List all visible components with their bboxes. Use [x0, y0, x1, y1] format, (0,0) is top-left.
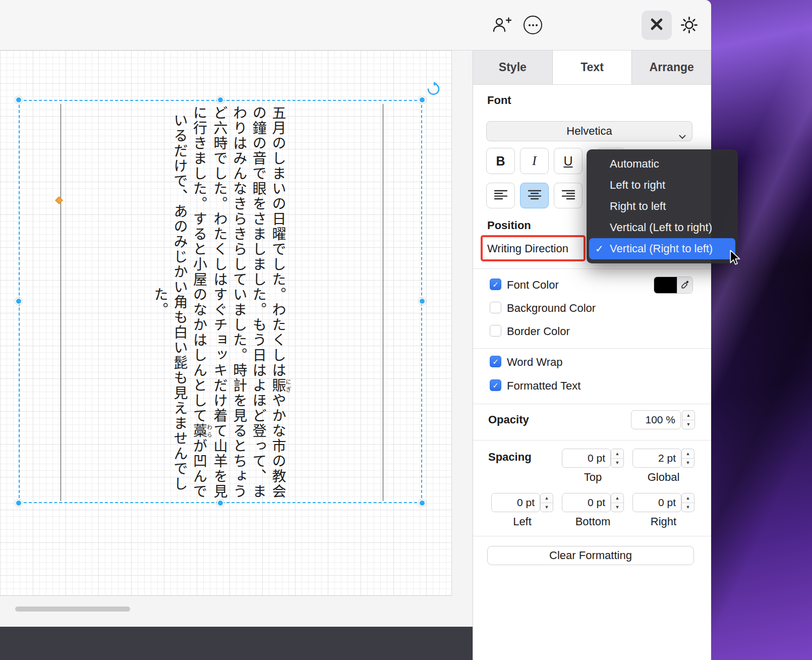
rotate-icon[interactable] — [426, 82, 440, 96]
tab-arrange[interactable]: Arrange — [632, 50, 711, 84]
app-window: 五月のしまいの日曜でした。わたくしは賑にぎやかな市の教会の鐘の音で眼をさましまし… — [0, 0, 711, 660]
spacing-top-stepper[interactable]: ▲▼ — [611, 449, 624, 468]
canvas-viewport: 五月のしまいの日曜でした。わたくしは賑にぎやかな市の教会の鐘の音で眼をさましまし… — [0, 50, 473, 660]
tab-text[interactable]: Text — [553, 50, 632, 84]
word-wrap-label: Word Wrap — [507, 356, 562, 369]
appearance-icon[interactable] — [681, 17, 698, 33]
menu-item-left-to-right[interactable]: Left to right — [587, 175, 738, 196]
spacing-top-label: Top — [562, 471, 624, 484]
spacing-right-stepper[interactable]: ▲▼ — [681, 493, 694, 512]
opacity-field[interactable]: 100 % — [631, 410, 681, 429]
font-color-well[interactable] — [654, 277, 693, 294]
spacing-right-field[interactable]: 0 pt — [632, 493, 681, 512]
selection-handle-mid-left[interactable] — [15, 298, 22, 305]
eyedropper-icon[interactable] — [677, 277, 692, 293]
selection-handle-bottom-left[interactable] — [15, 500, 22, 507]
annotation-highlight — [481, 235, 586, 261]
divider — [473, 348, 711, 349]
border-color-label: Border Color — [507, 325, 570, 338]
color-swatch — [654, 277, 677, 293]
selection-handle-mid-right[interactable] — [419, 298, 426, 305]
design-tools-icon — [649, 16, 665, 34]
background-color-checkbox[interactable] — [490, 302, 501, 313]
mouse-cursor-icon — [729, 250, 742, 268]
inspector-panel: Style Text Arrange Font Helvetica B I U — [473, 50, 711, 660]
bottom-dark-strip — [0, 627, 473, 660]
vertical-text-wrap: 五月のしまいの日曜でした。わたくしは賑にぎやかな市の教会の鐘の音で眼をさましまし… — [20, 105, 421, 500]
spacing-right-label: Right — [632, 515, 694, 528]
selection-handle-top-left[interactable] — [15, 96, 22, 103]
font-section-label: Font — [487, 94, 511, 107]
spacing-left-field[interactable]: 0 pt — [491, 493, 540, 512]
writing-direction-menu: Automatic Left to right Right to left Ve… — [587, 149, 738, 263]
opacity-label: Opacity — [488, 413, 529, 426]
align-right-icon — [562, 190, 575, 202]
italic-button[interactable]: I — [520, 148, 549, 174]
spacing-left-label: Left — [491, 515, 553, 528]
inspector-tabs: Style Text Arrange — [473, 50, 711, 85]
opacity-stepper[interactable]: ▲▼ — [682, 410, 695, 429]
spacing-bottom-stepper[interactable]: ▲▼ — [611, 493, 624, 512]
selection-handle-top-center[interactable] — [217, 96, 224, 103]
chevron-down-icon — [679, 129, 686, 142]
selection-handle-bottom-center[interactable] — [217, 500, 224, 507]
underline-button[interactable]: U — [554, 148, 583, 174]
checkmark-icon: ✓ — [595, 243, 604, 255]
font-color-checkbox[interactable] — [490, 279, 501, 290]
menu-item-automatic[interactable]: Automatic — [587, 153, 738, 175]
spacing-global-stepper[interactable]: ▲▼ — [681, 449, 694, 468]
divider — [473, 440, 711, 441]
align-center-icon — [528, 190, 541, 202]
font-family-value: Helvetica — [566, 125, 612, 138]
menu-item-right-to-left[interactable]: Right to left — [587, 196, 738, 217]
menu-item-vertical-ltr[interactable]: Vertical (Left to right) — [587, 217, 738, 238]
selection-handle-bottom-right[interactable] — [419, 500, 426, 507]
align-left-icon — [494, 190, 507, 202]
design-tools-button[interactable] — [642, 11, 672, 40]
menu-item-vertical-rtl[interactable]: ✓ Vertical (Right to left) — [589, 238, 735, 259]
formatted-text-checkbox[interactable] — [490, 379, 501, 391]
menu-item-label: Left to right — [610, 179, 665, 192]
position-label: Position — [487, 219, 531, 232]
menu-item-label: Vertical (Left to right) — [610, 221, 712, 234]
vertical-text[interactable]: 五月のしまいの日曜でした。わたくしは賑にぎやかな市の教会の鐘の音で眼をさましまし… — [150, 105, 291, 500]
align-right-button[interactable] — [554, 183, 583, 208]
selected-text-box[interactable]: 五月のしまいの日曜でした。わたくしは賑にぎやかな市の教会の鐘の音で眼をさましまし… — [19, 100, 422, 503]
toolbar — [0, 0, 711, 50]
spacing-top-field[interactable]: 0 pt — [562, 449, 611, 468]
background-color-label: Background Color — [507, 302, 596, 315]
formatted-text-label: Formatted Text — [507, 379, 581, 393]
border-color-checkbox[interactable] — [490, 325, 501, 337]
menu-item-label: Vertical (Right to left) — [610, 242, 713, 255]
add-person-icon[interactable] — [492, 16, 512, 33]
divider — [473, 404, 711, 404]
menu-item-label: Right to left — [610, 200, 666, 213]
tab-style[interactable]: Style — [473, 50, 553, 84]
desktop: 五月のしまいの日曜でした。わたくしは賑にぎやかな市の教会の鐘の音で眼をさましまし… — [0, 0, 812, 660]
spacing-global-label: Global — [632, 471, 694, 484]
selection-handle-top-right[interactable] — [419, 96, 426, 103]
clear-formatting-button[interactable]: Clear Formatting — [487, 546, 694, 565]
spacing-bottom-label: Bottom — [562, 515, 624, 528]
font-color-label: Font Color — [507, 279, 559, 292]
divider — [473, 536, 711, 536]
bold-button[interactable]: B — [486, 148, 515, 174]
horizontal-scrollbar[interactable] — [15, 607, 130, 612]
divider — [473, 268, 711, 269]
align-center-button[interactable] — [520, 183, 549, 208]
align-left-button[interactable] — [486, 183, 515, 208]
spacing-global-field[interactable]: 2 pt — [632, 449, 681, 468]
spacing-label: Spacing — [488, 451, 532, 464]
word-wrap-checkbox[interactable] — [490, 356, 501, 367]
wallpaper — [701, 0, 812, 660]
font-family-dropdown[interactable]: Helvetica — [486, 121, 692, 141]
more-circle-icon[interactable] — [524, 16, 542, 34]
spacing-bottom-field[interactable]: 0 pt — [562, 493, 611, 512]
menu-item-label: Automatic — [610, 157, 659, 171]
spacing-left-stepper[interactable]: ▲▼ — [540, 493, 553, 512]
